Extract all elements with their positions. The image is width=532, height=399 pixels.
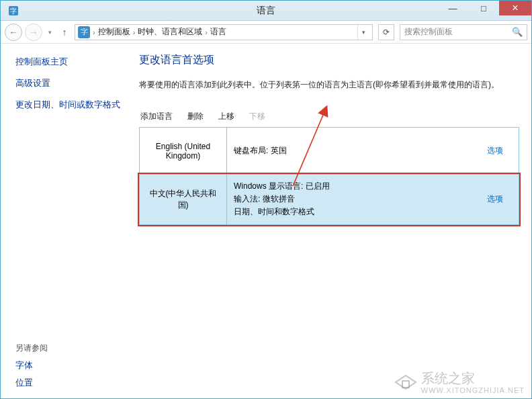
sidebar-dateformats-link[interactable]: 更改日期、时间或数字格式 xyxy=(15,99,127,111)
watermark-name: 系统之家 xyxy=(421,369,525,388)
back-button[interactable]: ← xyxy=(5,24,22,41)
watermark-url: WWW.XITONGZHIJIA.NET xyxy=(421,386,525,394)
language-detail-cell: 键盘布局: 英国 xyxy=(227,128,472,174)
language-name-cell: 中文(中华人民共和国) xyxy=(140,175,227,224)
history-dropdown[interactable]: ▾ xyxy=(45,24,54,41)
maximize-button[interactable]: □ xyxy=(468,1,499,15)
search-input[interactable]: 搜索控制面板 🔍 xyxy=(400,24,527,40)
add-language-button[interactable]: 添加语言 xyxy=(140,111,173,122)
page-heading: 更改语言首选项 xyxy=(139,53,519,67)
see-also-block: 另请参阅 字体 位置 xyxy=(15,343,48,389)
watermark-logo-icon xyxy=(394,373,417,392)
language-table: English (United Kingdom) 键盘布局: 英国 选项 中文(… xyxy=(139,127,519,225)
sidebar: 控制面板主页 高级设置 更改日期、时间或数字格式 另请参阅 字体 位置 xyxy=(1,44,135,398)
close-button[interactable]: × xyxy=(499,1,531,15)
remove-language-button[interactable]: 删除 xyxy=(187,111,204,122)
language-row[interactable]: English (United Kingdom) 键盘布局: 英国 选项 xyxy=(140,128,519,175)
minimize-button[interactable]: — xyxy=(437,1,468,15)
movedown-button[interactable]: 下移 xyxy=(249,111,265,122)
titlebar: 字 语言 — □ × xyxy=(1,1,531,21)
search-icon: 🔍 xyxy=(512,27,523,37)
breadcrumb-item[interactable]: 控制面板 xyxy=(98,26,130,38)
breadcrumb-item[interactable]: 语言 xyxy=(210,26,226,38)
svg-text:字: 字 xyxy=(10,7,17,15)
navbar: ← → ▾ ↑ 字 › 控制面板 › 时钟、语言和区域 › 语言 ▾ ⟳ 搜索控… xyxy=(1,21,531,44)
breadcrumb-sep: › xyxy=(133,28,136,36)
window-title: 语言 xyxy=(257,5,275,17)
sidebar-advanced-link[interactable]: 高级设置 xyxy=(15,77,127,89)
sidebar-home-link[interactable]: 控制面板主页 xyxy=(15,56,127,68)
sidebar-fonts-link[interactable]: 字体 xyxy=(15,359,48,371)
forward-button[interactable]: → xyxy=(25,24,42,41)
sidebar-location-link[interactable]: 位置 xyxy=(15,377,48,389)
language-detail-cell: Windows 显示语言: 已启用 输入法: 微软拼音 日期、时间和数字格式 xyxy=(227,175,472,224)
breadcrumb-dropdown[interactable]: ▾ xyxy=(357,25,369,40)
refresh-button[interactable]: ⟳ xyxy=(378,24,394,40)
language-options-link[interactable]: 选项 xyxy=(472,128,519,174)
language-name-cell: English (United Kingdom) xyxy=(140,128,227,174)
breadcrumb-icon: 字 xyxy=(78,26,90,38)
breadcrumb-item[interactable]: 时钟、语言和区域 xyxy=(138,26,202,38)
language-row-selected[interactable]: 中文(中华人民共和国) Windows 显示语言: 已启用 输入法: 微软拼音 … xyxy=(140,175,519,224)
up-button[interactable]: ↑ xyxy=(57,25,72,40)
search-placeholder: 搜索控制面板 xyxy=(404,26,453,38)
toolbar: 添加语言 删除 上移 下移 xyxy=(139,108,519,127)
window-controls: — □ × xyxy=(437,1,531,15)
language-options-link[interactable]: 选项 xyxy=(472,175,519,224)
content: 控制面板主页 高级设置 更改日期、时间或数字格式 另请参阅 字体 位置 更改语言… xyxy=(1,44,531,398)
breadcrumb-sep: › xyxy=(93,28,95,36)
moveup-button[interactable]: 上移 xyxy=(218,111,234,122)
see-also-title: 另请参阅 xyxy=(15,343,48,354)
main-area: 更改语言首选项 将要使用的语言添加到此列表中。位于列表第一位的语言为主语言(即你… xyxy=(135,44,531,398)
breadcrumb[interactable]: 字 › 控制面板 › 时钟、语言和区域 › 语言 ▾ xyxy=(75,24,373,40)
watermark: 系统之家 WWW.XITONGZHIJIA.NET xyxy=(394,369,525,394)
page-description: 将要使用的语言添加到此列表中。位于列表第一位的语言为主语言(即你希望看到并最常使… xyxy=(139,79,519,91)
window-icon: 字 xyxy=(6,3,21,18)
breadcrumb-sep: › xyxy=(205,28,208,36)
